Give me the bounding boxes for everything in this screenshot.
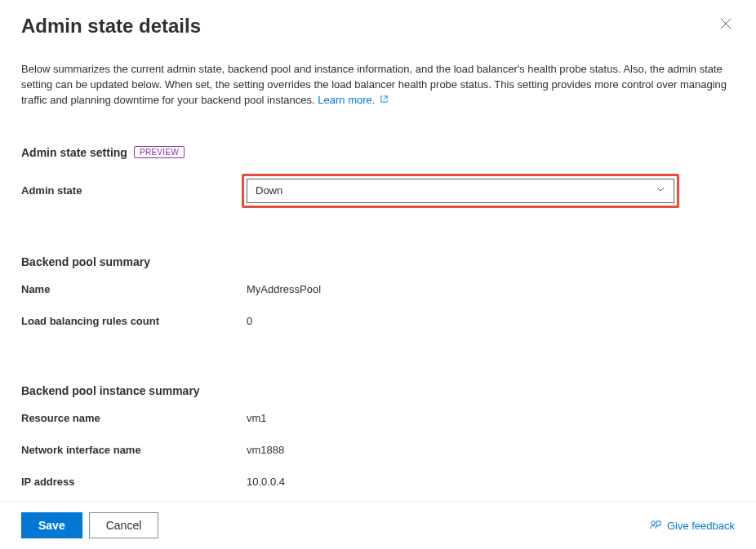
nic-name-label: Network interface name	[21, 444, 247, 456]
close-button[interactable]	[717, 15, 735, 35]
nic-name-value: vm1888	[247, 444, 284, 456]
footer-bar: Save Cancel Give feedback	[0, 501, 756, 549]
svg-point-3	[651, 521, 655, 525]
ip-address-value: 10.0.0.4	[247, 476, 285, 488]
chevron-down-icon	[656, 184, 665, 197]
svg-line-2	[384, 96, 388, 100]
pool-name-value: MyAddressPool	[247, 283, 321, 295]
learn-more-label: Learn more.	[318, 94, 375, 106]
feedback-icon	[649, 519, 662, 532]
admin-state-highlight: Down	[242, 174, 679, 208]
admin-state-section-title: Admin state setting PREVIEW	[21, 146, 735, 159]
give-feedback-link[interactable]: Give feedback	[649, 519, 735, 532]
admin-state-section-label: Admin state setting	[21, 146, 127, 159]
resource-name-label: Resource name	[21, 412, 247, 424]
close-icon	[720, 18, 732, 29]
preview-badge: PREVIEW	[134, 146, 185, 158]
resource-name-value: vm1	[247, 412, 267, 424]
page-title: Admin state details	[21, 15, 201, 38]
learn-more-link[interactable]: Learn more.	[318, 94, 389, 106]
backend-pool-section-title: Backend pool summary	[21, 255, 735, 268]
description-text: Below summarizes the current admin state…	[21, 62, 732, 108]
admin-state-selected-value: Down	[256, 184, 282, 197]
admin-state-select[interactable]: Down	[247, 179, 674, 203]
cancel-button[interactable]: Cancel	[89, 512, 159, 538]
feedback-label: Give feedback	[667, 520, 735, 532]
pool-name-label: Name	[21, 283, 247, 295]
rules-count-value: 0	[247, 315, 252, 327]
rules-count-label: Load balancing rules count	[21, 315, 247, 327]
ip-address-label: IP address	[21, 476, 247, 488]
save-button[interactable]: Save	[21, 512, 82, 538]
instance-section-title: Backend pool instance summary	[21, 384, 735, 397]
admin-state-label: Admin state	[21, 184, 247, 197]
external-link-icon	[380, 95, 389, 105]
